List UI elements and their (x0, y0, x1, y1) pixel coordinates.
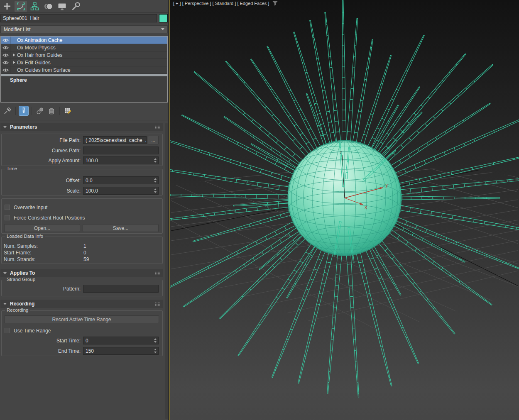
spinner-arrows[interactable] (153, 187, 157, 194)
loaded-data-info-group: Loaded Data Info Num. Samples: 1 Start F… (1, 237, 163, 264)
modifier-stack: Ox Animation Cache Ox Moov Physics Ox Ha… (0, 36, 168, 103)
modifier-label: Ox Animation Cache (17, 37, 62, 43)
modifier-row[interactable]: Ox Hair from Guides (1, 51, 167, 59)
offset-spinner[interactable]: 0.0 (83, 176, 159, 184)
rollout-title: Recording (10, 301, 34, 307)
spinner-arrows[interactable] (153, 157, 157, 164)
browse-file-button[interactable]: ... (148, 136, 159, 144)
viewport-header-text[interactable]: [ + ] [ Perspective ] [ Standard ] [ Edg… (173, 1, 269, 6)
scale-label: Scale: (2, 188, 83, 194)
expand-arrow-icon[interactable] (10, 61, 17, 64)
wrench-icon (71, 2, 81, 11)
panel-divider (0, 120, 168, 120)
spinner-arrows[interactable] (153, 337, 157, 344)
rollout-recording-header[interactable]: Recording (0, 300, 163, 308)
make-unique-button[interactable] (35, 106, 45, 116)
file-path-field[interactable]: ( 2025\scenes\test_cache_.abc (83, 136, 147, 144)
command-panel: Modifier List Ox Animation Cache Ox Moov… (0, 0, 168, 420)
record-active-time-range-button[interactable]: Record Active Time Range (4, 315, 159, 323)
plus-icon (2, 2, 12, 11)
test-tube-icon (20, 107, 27, 115)
curves-path-label: Curves Path: (2, 148, 83, 154)
base-object-row[interactable]: Sphere (1, 76, 167, 84)
visibility-eye-icon[interactable] (1, 37, 10, 44)
base-object-label: Sphere (10, 77, 27, 83)
stack-toolbar (0, 105, 170, 117)
strand-group-label: Strand Group (5, 277, 37, 282)
modifier-row[interactable]: Ox Edit Guides (1, 59, 167, 66)
tab-create[interactable] (1, 1, 13, 12)
visibility-eye-icon[interactable] (1, 66, 10, 73)
hierarchy-icon (30, 2, 39, 11)
pattern-label: Pattern: (2, 286, 83, 292)
modifier-row[interactable]: Ox Moov Physics (1, 44, 167, 51)
viewport-canvas[interactable]: zyx (170, 0, 519, 420)
modifier-label: Ox Moov Physics (17, 45, 56, 51)
modifier-label: Ox Edit Guides (17, 60, 51, 66)
rollout-title: Applies To (10, 270, 35, 276)
configure-sets-icon (64, 107, 72, 115)
start-frame-value: 0 (83, 250, 86, 256)
object-color-swatch[interactable] (159, 14, 168, 22)
visibility-eye-icon[interactable] (1, 44, 10, 51)
overwrite-input-checkbox[interactable] (5, 205, 10, 210)
modifier-row[interactable]: Ox Animation Cache (1, 37, 167, 44)
use-time-range-label: Use Time Range (14, 328, 51, 334)
spinner-arrows[interactable] (153, 347, 157, 354)
svg-text:x: x (365, 205, 367, 210)
use-time-range-checkbox[interactable] (5, 328, 10, 333)
rollout-parameters-header[interactable]: Parameters (0, 123, 163, 131)
tab-motion[interactable] (42, 1, 54, 12)
save-button[interactable]: Save... (83, 224, 159, 232)
panel-scrollbar[interactable] (165, 123, 168, 419)
filter-funnel-icon[interactable] (272, 1, 278, 6)
overwrite-input-label: Overwrite Input (14, 205, 47, 210)
force-consistent-label: Force Consistent Root Positions (14, 215, 85, 221)
end-time-spinner[interactable]: 150 (83, 347, 159, 355)
object-name-field[interactable] (0, 14, 157, 22)
spinner-arrows[interactable] (153, 177, 157, 184)
apply-amount-spinner[interactable]: 100.0 (83, 156, 159, 164)
remove-modifier-button[interactable] (47, 106, 56, 116)
rollout-collapse-icon (3, 272, 7, 274)
rollout-drag-grip[interactable] (155, 271, 160, 275)
table-row: Start Frame: 0 (2, 249, 160, 256)
rollout-collapse-icon (3, 126, 7, 128)
display-icon (57, 2, 67, 11)
show-end-result-button[interactable] (19, 106, 29, 116)
tab-hierarchy[interactable] (28, 1, 41, 12)
end-time-label: End Time: (2, 348, 83, 354)
expand-arrow-icon[interactable] (10, 53, 17, 57)
viewport[interactable]: [ + ] [ Perspective ] [ Standard ] [ Edg… (170, 0, 519, 420)
visibility-eye-icon[interactable] (1, 59, 10, 66)
modifier-label: Ox Guides from Surface (17, 67, 71, 73)
configure-modifier-sets-button[interactable] (63, 106, 73, 116)
modifier-list-label: Modifier List (4, 27, 31, 32)
pin-stack-button[interactable] (2, 106, 12, 116)
rollout-applies-to-header[interactable]: Applies To (0, 269, 163, 277)
viewport-header[interactable]: [ + ] [ Perspective ] [ Standard ] [ Edg… (173, 1, 278, 6)
motion-icon (44, 2, 53, 11)
curves-path-field[interactable] (83, 147, 159, 154)
open-button[interactable]: Open... (4, 224, 80, 232)
tab-utilities[interactable] (69, 1, 82, 12)
force-consistent-checkbox[interactable] (5, 215, 10, 220)
recording-group-box: Recording Record Active Time Range Use T… (1, 310, 163, 356)
rollout-title: Parameters (10, 124, 37, 130)
num-strands-value: 59 (83, 256, 89, 262)
pin-icon (3, 107, 12, 115)
rollout-drag-grip[interactable] (155, 125, 160, 129)
pattern-field[interactable] (83, 285, 159, 293)
rollout-drag-grip[interactable] (155, 302, 160, 306)
scale-spinner[interactable]: 100.0 (83, 187, 159, 195)
start-time-spinner[interactable]: 0 (83, 337, 159, 344)
recording-group-label: Recording (5, 308, 30, 313)
parameters-box: File Path: ( 2025\scenes\test_cache_.abc… (1, 134, 163, 166)
apply-amount-label: Apply Amount: (2, 158, 83, 164)
tab-display[interactable] (56, 1, 68, 12)
visibility-eye-icon[interactable] (1, 51, 10, 59)
modifier-list-dropdown[interactable]: Modifier List (0, 25, 168, 33)
modifier-row[interactable]: Ox Guides from Surface (1, 66, 167, 74)
tab-modify[interactable] (15, 1, 27, 12)
chevron-down-icon (161, 28, 164, 30)
